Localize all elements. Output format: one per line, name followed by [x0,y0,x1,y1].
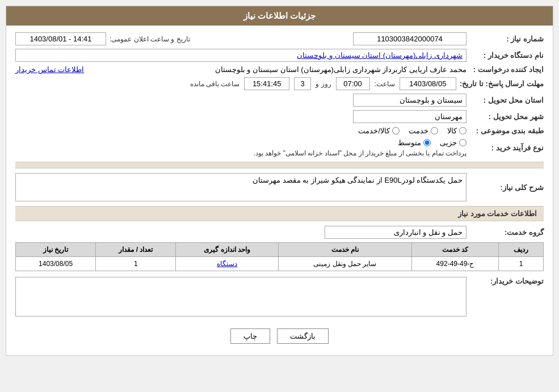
col-header-unit: واحد اندازه گیری [176,243,279,257]
deadline-remaining: 15:41:45 [244,77,289,90]
purchase-jozi-radio[interactable] [459,139,466,146]
request-number-label: شماره نیاز : [470,35,544,43]
category-khedmat-radio[interactable] [431,127,438,134]
page-title: جزئیات اطلاعات نیاز [243,11,316,20]
service-group-value: حمل و نقل و انبارداری [325,226,466,239]
cell-row: 1 [499,257,544,271]
service-table: ردیف کد خدمت نام خدمت واحد اندازه گیری ت… [15,242,544,271]
description-value: حمل یکدستگاه لودرE90L از نمایندگی هیکو ش… [15,173,466,201]
category-khedmat-label: خدمت [409,127,428,135]
purchase-motevaset-radio[interactable] [423,139,431,146]
col-header-qty: تعداد / مقدار [96,243,176,257]
category-kala-khedmat-radio[interactable] [392,127,400,134]
deadline-label: مهلت ارسال پاسخ: تا تاریخ: [460,79,544,88]
service-group-label: گروه خدمت: [470,228,544,237]
table-row: 1 ح-49-49-492 سایر حمل ونقل زمینی دستگاه… [16,257,544,271]
category-kala-radio[interactable] [459,127,466,134]
page-header: جزئیات اطلاعات نیاز [6,6,553,26]
description-label: شرح کلی نیاز: [470,183,544,192]
category-kala-khedmat-item: کالا/خدمت [358,127,400,135]
date-label: تاریخ و ساعت اعلان عمومی: [110,35,190,43]
creator-label: ایجاد کننده درخواست : [470,65,544,74]
buyer-org-label: نام دستگاه خریدار : [470,51,544,60]
back-button[interactable]: بازگشت [277,328,329,344]
purchase-jozi-item: جزیی [440,138,466,147]
cell-name: سایر حمل ونقل زمینی [279,257,412,271]
cell-unit[interactable]: دستگاه [176,257,279,271]
col-header-code: کد خدمت [411,243,498,257]
creator-value: محمد عارف اریایی کاربرداز شهرداری زابلی(… [89,65,466,74]
delivery-city-value: مهرستان [353,110,466,123]
print-button[interactable]: چاپ [230,328,270,344]
category-kala-khedmat-label: کالا/خدمت [358,127,390,135]
col-header-name: نام خدمت [279,243,412,257]
purchase-note: پرداخت تمام یا بخشی از مبلغ خریدار از مح… [15,149,466,157]
delivery-city-label: شهر محل تحویل : [470,112,544,121]
delivery-province-value: سیستان و بلوچستان [353,94,466,107]
col-header-date: تاریخ نیاز [16,243,96,257]
purchase-jozi-label: جزیی [440,138,457,147]
cell-code: ح-49-49-492 [411,257,498,271]
deadline-time-label: ساعت: [375,80,395,88]
buyer-org-value[interactable]: شهرداری زابلی(مهرستان) استان سیستان و بل… [15,49,466,62]
purchase-motevaset-label: متوسط [398,138,421,147]
delivery-province-label: استان محل تحویل : [470,96,544,104]
cell-qty: 1 [96,257,176,271]
date-value: 1403/08/01 - 14:41 [15,32,106,45]
cell-date: 1403/08/05 [16,257,96,271]
deadline-remaining-label: ساعت باقی مانده [190,80,240,88]
deadline-time: 07:00 [336,77,370,90]
request-number-value: 1103003842000074 [353,32,466,45]
services-section-header: اطلاعات خدمات مورد نیاز [15,206,544,221]
purchase-type-label: نوع فرآیند خرید : [470,144,544,152]
deadline-days: 3 [294,77,311,90]
col-header-row: ردیف [499,243,544,257]
button-row: بازگشت چاپ [15,322,544,348]
description-section-header [15,162,544,168]
contact-link[interactable]: اطلاعات تماس خریدار [15,65,84,74]
buyer-notes-textarea[interactable] [15,277,466,317]
purchase-motevaset-item: متوسط [398,138,431,147]
category-kala-label: کالا [447,127,457,135]
category-label: طبقه بندی موضوعی : [470,127,544,135]
category-khedmat-item: خدمت [409,127,438,135]
buyer-notes-label: توضیحات خریدار: [470,277,544,285]
deadline-date: 1403/08/05 [400,77,456,90]
deadline-days-label: روز و [316,80,331,88]
category-kala-item: کالا [447,127,466,135]
